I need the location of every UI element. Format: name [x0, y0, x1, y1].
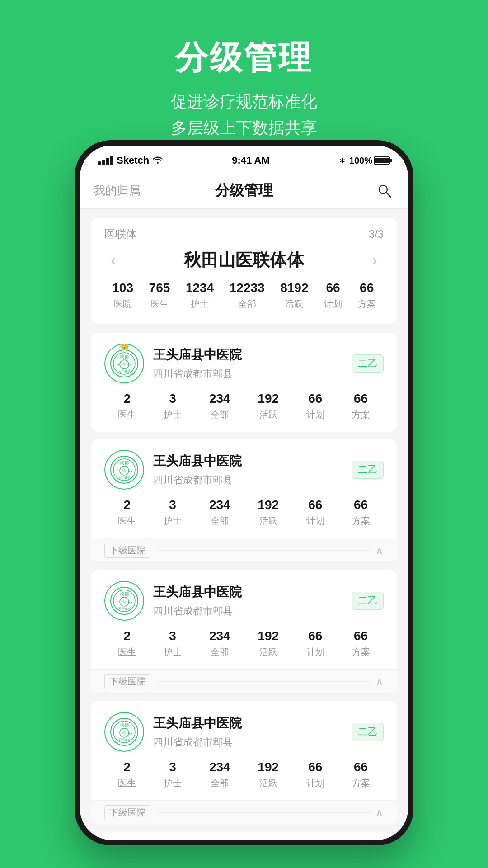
stat-label: 活跃	[259, 777, 277, 789]
hospital-stat: 66 计划	[306, 629, 324, 658]
stat-value: 66	[354, 498, 368, 512]
search-button[interactable]	[375, 181, 394, 201]
chevron-up-icon[interactable]: ∧	[375, 544, 384, 557]
hospital-address: 四川省成都市郫县	[153, 473, 343, 487]
stat-label: 全部	[238, 298, 256, 310]
stat-label: 全部	[211, 409, 229, 421]
hospital-stat: 3 护士	[164, 760, 182, 789]
hospital-stat: 2 医生	[118, 760, 136, 789]
hospital-section[interactable]: 成都 医疗健康 王头庙县中医院 四川省成都市郫县 二乙 2 医生	[91, 701, 397, 825]
hospital-name: 王头庙县中医院	[153, 346, 343, 363]
stat-value: 3	[169, 629, 176, 643]
stat-label: 医生	[118, 515, 136, 527]
stat-value: 66	[308, 760, 322, 774]
status-left: Sketch	[98, 155, 163, 166]
fed-nav: ‹ 秋田山医联体体 ›	[104, 249, 384, 272]
status-right: ∗ 100%	[339, 156, 390, 166]
sub-hospital-divider[interactable]: 下级医院 ∧	[91, 669, 397, 694]
chevron-up-icon[interactable]: ∧	[375, 675, 384, 688]
nav-back-button[interactable]: 我的归属	[94, 183, 169, 198]
hospital-name: 王头庙县中医院	[153, 453, 343, 470]
hospital-card[interactable]: 👑 成都 医疗健康 王头庙县中医院 四川省成都市郫县 二乙	[91, 333, 397, 432]
stat-value: 192	[258, 629, 279, 643]
stat-label: 活跃	[259, 409, 277, 421]
stat-value: 192	[258, 392, 279, 406]
fed-pagination: 3/3	[369, 228, 384, 241]
stat-label: 医生	[118, 646, 136, 658]
hospital-stats: 2 医生 3 护士 234 全部 192 活跃 66 计划 66 方案	[104, 760, 384, 789]
stat-label: 医生	[150, 298, 169, 310]
hospital-stats: 2 医生 3 护士 234 全部 192 活跃 66 计划 66 方案	[104, 498, 384, 527]
stat-label: 计划	[306, 409, 324, 421]
stat-value: 66	[360, 281, 374, 295]
stat-label: 医生	[118, 409, 136, 421]
hospital-stat: 234 全部	[209, 498, 230, 527]
stat-value: 3	[169, 760, 176, 774]
svg-line-1	[386, 193, 391, 197]
prev-arrow[interactable]: ‹	[104, 251, 122, 270]
hospital-logo: 成都 医疗健康	[104, 581, 144, 621]
hospital-stat: 3 护士	[164, 498, 182, 527]
divider-line	[158, 550, 371, 551]
stat-value: 3	[169, 392, 176, 406]
hospital-card[interactable]: 成都 医疗健康 王头庙县中医院 四川省成都市郫县 二乙 2 医生	[91, 832, 397, 840]
sub-label: 下级医院	[104, 543, 150, 558]
stat-value: 234	[209, 760, 230, 774]
hospital-card[interactable]: 成都 医疗健康 王头庙县中医院 四川省成都市郫县 二乙 2 医生	[91, 439, 397, 538]
stat-value: 103	[112, 281, 133, 295]
svg-text:成都: 成都	[120, 591, 129, 596]
next-arrow[interactable]: ›	[366, 251, 384, 270]
hospital-stat: 66 计划	[306, 392, 324, 421]
hospital-section[interactable]: 👑 成都 医疗健康 王头庙县中医院 四川省成都市郫县 二乙	[91, 333, 397, 432]
hospital-stat: 234 全部	[209, 629, 230, 658]
hospital-card[interactable]: 成都 医疗健康 王头庙县中医院 四川省成都市郫县 二乙 2 医生	[91, 570, 397, 669]
hospital-stat: 192 活跃	[258, 392, 279, 421]
stat-label: 计划	[306, 515, 324, 527]
hospital-section[interactable]: 成都 医疗健康 王头庙县中医院 四川省成都市郫县 二乙 2 医生	[91, 570, 397, 694]
svg-text:医疗健康: 医疗健康	[118, 738, 131, 741]
sub-hospital-divider[interactable]: 下级医院 ∧	[91, 800, 397, 825]
divider-line	[158, 812, 371, 813]
hospital-stat: 234 全部	[209, 392, 230, 421]
hospital-section[interactable]: 成都 医疗健康 王头庙县中医院 四川省成都市郫县 二乙 2 医生	[91, 832, 397, 840]
stat-label: 医生	[118, 777, 136, 789]
hospital-stat: 2 医生	[118, 498, 136, 527]
stat-value: 3	[169, 498, 176, 512]
fed-name: 秋田山医联体体	[136, 249, 352, 272]
stat-value: 2	[124, 392, 131, 406]
fed-stat-item: 66 方案	[358, 281, 376, 310]
hospital-header: 成都 医疗健康 王头庙县中医院 四川省成都市郫县 二乙	[104, 450, 384, 490]
hospital-card[interactable]: 成都 医疗健康 王头庙县中医院 四川省成都市郫县 二乙 2 医生	[91, 701, 397, 800]
bg-header: 分级管理 促进诊疗规范标准化 多层级上下数据共享	[0, 0, 488, 141]
stat-value: 765	[149, 281, 170, 295]
signal-bars	[98, 156, 113, 165]
fed-stat-item: 12233 全部	[230, 281, 265, 310]
svg-text:医疗健康: 医疗健康	[118, 607, 131, 610]
hospital-stats: 2 医生 3 护士 234 全部 192 活跃 66 计划 66 方案	[104, 629, 384, 658]
sub-hospital-divider[interactable]: 下级医院 ∧	[91, 538, 397, 563]
svg-text:成都: 成都	[120, 722, 129, 727]
phone-screen: Sketch 9:41 AM ∗ 100%	[80, 146, 408, 840]
fed-stat-item: 8192 活跃	[280, 281, 308, 310]
bg-subtitle: 促进诊疗规范标准化 多层级上下数据共享	[0, 89, 488, 141]
hospital-address: 四川省成都市郫县	[153, 736, 343, 749]
stat-value: 8192	[280, 281, 308, 295]
chevron-up-icon[interactable]: ∧	[375, 807, 384, 819]
fed-stats: 103 医院 765 医生 1234 护士 12233 全部 8192 活跃 6…	[104, 281, 384, 310]
fed-label: 医联体	[104, 227, 137, 241]
hospital-stat: 192 活跃	[258, 629, 279, 658]
hospital-stat: 2 医生	[118, 629, 136, 658]
hospital-section[interactable]: 成都 医疗健康 王头庙县中医院 四川省成都市郫县 二乙 2 医生	[91, 439, 397, 563]
hospital-stat: 66 方案	[352, 629, 370, 658]
stat-value: 66	[308, 392, 322, 406]
hospital-logo: 成都 医疗健康	[104, 450, 144, 490]
hospital-stat: 234 全部	[209, 760, 230, 789]
hospital-logo: 成都 医疗健康	[104, 712, 144, 752]
hospital-stat: 66 计划	[306, 760, 324, 789]
fed-stat-item: 765 医生	[149, 281, 170, 310]
stat-label: 方案	[358, 298, 376, 310]
hospital-info: 王头庙县中医院 四川省成都市郫县	[153, 346, 343, 381]
battery-icon	[374, 156, 390, 165]
sub-label: 下级医院	[104, 674, 150, 689]
sub-label: 下级医院	[104, 805, 150, 820]
